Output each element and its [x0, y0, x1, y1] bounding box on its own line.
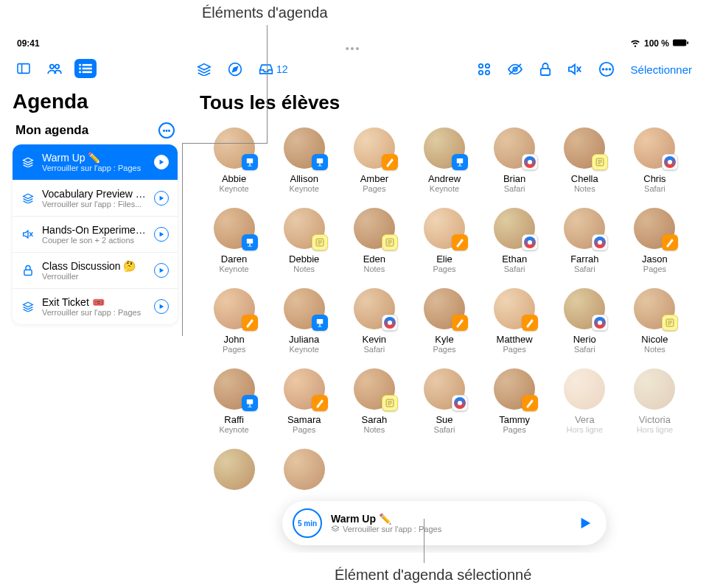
student-cell[interactable]: Raffi Keynote	[204, 368, 264, 434]
student-cell[interactable]: Ethan Safari	[485, 208, 545, 273]
student-app: Keynote	[430, 184, 459, 193]
app-badge-notes	[382, 234, 398, 251]
student-avatar	[634, 288, 675, 329]
student-cell[interactable]: John Pages	[204, 288, 264, 354]
student-app: Safari	[363, 345, 385, 354]
agenda-item-subtitle: Verrouiller	[42, 272, 147, 281]
svg-marker-79	[332, 526, 339, 530]
student-cell[interactable]: Matthew Pages	[485, 288, 545, 354]
student-cell[interactable]: Sue Safari	[414, 368, 474, 434]
agenda-list: Warm Up ✏️ Verrouiller sur l'app : Pages…	[13, 144, 178, 324]
pill-timer[interactable]: 5 min	[293, 508, 322, 538]
student-cell[interactable]	[274, 449, 334, 490]
student-cell[interactable]: Brian Safari	[485, 127, 545, 193]
agenda-item[interactable]: Warm Up ✏️ Verrouiller sur l'app : Pages	[13, 144, 178, 181]
student-cell[interactable]: Amber Pages	[344, 127, 404, 193]
mute-button[interactable]	[567, 63, 582, 76]
app-badge-safari	[592, 315, 608, 331]
agenda-play-button[interactable]	[154, 299, 169, 314]
agenda-item-title: Warm Up ✏️	[42, 152, 147, 164]
student-name: Daren	[221, 253, 247, 265]
hide-button[interactable]	[507, 63, 523, 76]
svg-rect-6	[79, 64, 81, 66]
agenda-more-button[interactable]: •••	[158, 122, 175, 139]
agenda-item-title: Vocabulary Preview 💡	[42, 188, 147, 200]
student-cell[interactable]: Juliana Keynote	[274, 288, 334, 354]
book-view-button[interactable]	[13, 59, 35, 78]
stack-button[interactable]	[197, 63, 212, 76]
selected-agenda-pill[interactable]: 5 min Warm Up ✏️ Verrouiller sur l'app :…	[282, 501, 607, 545]
student-cell[interactable]: Jason Pages	[625, 208, 685, 273]
sidebar-subtitle: Mon agenda	[15, 123, 88, 138]
student-avatar	[354, 368, 395, 410]
grid-button[interactable]	[478, 63, 491, 76]
svg-point-5	[55, 65, 59, 69]
student-cell[interactable]: Kevin Safari	[344, 288, 404, 354]
svg-point-39	[606, 69, 607, 70]
svg-rect-66	[319, 323, 320, 326]
student-cell[interactable]: Andrew Keynote	[414, 127, 474, 193]
student-cell[interactable]: Samara Pages	[274, 368, 334, 434]
annotation-top: Éléments d'agenda	[202, 4, 328, 21]
app-badge-keynote	[452, 154, 468, 170]
student-cell[interactable]: Eden Notes	[344, 208, 404, 273]
compass-button[interactable]	[228, 62, 242, 77]
student-avatar	[214, 449, 255, 490]
agenda-item[interactable]: Vocabulary Preview 💡 Verrouiller sur l'a…	[13, 181, 178, 217]
student-name: Samara	[287, 414, 321, 425]
student-cell[interactable]: Abbie Keynote	[204, 127, 264, 193]
student-name: Sarah	[362, 414, 388, 425]
student-cell[interactable]: Tammy Pages	[485, 368, 545, 434]
student-avatar	[284, 127, 325, 169]
student-cell[interactable]: Kyle Pages	[414, 288, 474, 354]
agenda-play-button[interactable]	[154, 227, 169, 242]
student-cell[interactable]: Daren Keynote	[204, 208, 264, 273]
app-badge-safari	[592, 234, 608, 251]
student-name: Elie	[436, 253, 452, 265]
ellipsis-button[interactable]	[598, 61, 615, 77]
list-view-button[interactable]	[74, 59, 97, 78]
student-avatar	[354, 208, 395, 249]
student-name: Juliana	[289, 334, 319, 345]
pill-play-button[interactable]	[574, 512, 596, 534]
student-cell[interactable]: Farrah Safari	[555, 208, 615, 273]
agenda-item[interactable]: Class Discussion 🤔 Verrouiller	[13, 253, 178, 289]
student-cell[interactable]: Sarah Notes	[344, 368, 404, 434]
inbox-button[interactable]: 12	[259, 63, 288, 75]
agenda-play-button[interactable]	[154, 263, 169, 278]
student-cell[interactable]: Chris Safari	[625, 127, 685, 193]
lock-button[interactable]	[539, 62, 551, 77]
device-frame: ••• 09:41 100 %	[4, 35, 702, 553]
app-badge-keynote	[312, 154, 328, 170]
svg-marker-26	[233, 67, 238, 72]
app-badge-pages	[452, 315, 468, 331]
student-cell[interactable]: Vera Hors ligne	[555, 368, 615, 434]
student-cell[interactable]	[204, 449, 264, 490]
student-app: Safari	[574, 345, 595, 354]
agenda-item[interactable]: Exit Ticket 🎟️ Verrouiller sur l'app : P…	[13, 289, 178, 324]
student-name: Kyle	[435, 334, 453, 345]
app-badge-safari	[522, 154, 538, 170]
student-avatar	[494, 127, 535, 169]
student-cell[interactable]: Chella Notes	[555, 127, 615, 193]
student-cell[interactable]: Nicole Notes	[625, 288, 685, 354]
svg-rect-20	[24, 270, 32, 275]
student-app: Keynote	[219, 265, 248, 273]
student-cell[interactable]: Allison Keynote	[274, 127, 334, 193]
student-name: Sue	[436, 414, 452, 425]
people-view-button[interactable]	[43, 59, 66, 78]
student-cell[interactable]: Victoria Hors ligne	[625, 368, 685, 434]
student-cell[interactable]: Elie Pages	[414, 208, 474, 273]
student-avatar	[354, 127, 395, 169]
select-button[interactable]: Sélectionner	[631, 63, 692, 76]
student-cell[interactable]: Debbie Notes	[274, 208, 334, 273]
agenda-item[interactable]: Hands-On Experiment 🧪 Couper le son + 2 …	[13, 217, 178, 253]
student-avatar	[564, 368, 605, 410]
svg-rect-42	[249, 163, 250, 166]
app-badge-pages	[382, 154, 398, 170]
student-cell[interactable]: Nerio Safari	[555, 288, 615, 354]
agenda-play-button[interactable]	[154, 155, 169, 169]
agenda-play-button[interactable]	[154, 191, 169, 206]
student-name: Brian	[503, 173, 525, 184]
svg-rect-55	[249, 243, 250, 246]
